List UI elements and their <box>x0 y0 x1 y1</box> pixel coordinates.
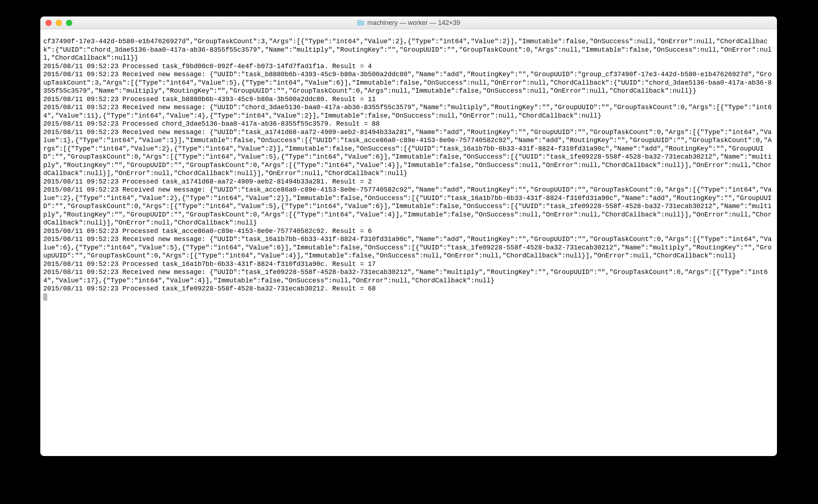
terminal-output[interactable]: cf37490f-17e3-442d-b580-e1b47626927d","G… <box>40 36 777 449</box>
terminal-cursor <box>43 293 47 301</box>
folder-icon <box>357 20 364 26</box>
window-controls <box>40 20 72 26</box>
maximize-button[interactable] <box>66 20 72 26</box>
window-title-wrap: machinery — worker — 142×39 <box>40 19 777 27</box>
window-titlebar[interactable]: machinery — worker — 142×39 <box>40 16 777 29</box>
minimize-button[interactable] <box>56 20 62 26</box>
window-title: machinery — worker — 142×39 <box>367 19 460 27</box>
terminal-window: machinery — worker — 142×39 cf37490f-17e… <box>40 16 777 456</box>
close-button[interactable] <box>45 20 52 26</box>
